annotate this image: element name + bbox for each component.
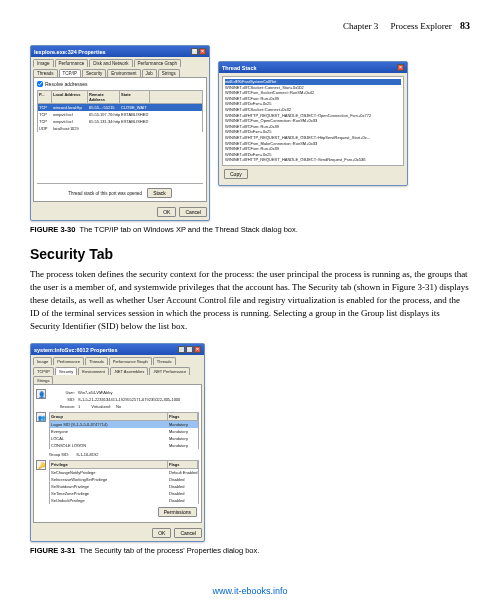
- groups-table-header: Group Flags: [49, 412, 199, 421]
- table-row[interactable]: TCP wmpvti:locl 65.55.131.34:http ESTABL…: [37, 118, 203, 125]
- col-priv-flags[interactable]: Flags: [168, 461, 198, 468]
- group-sid-value: S-1-16-8192: [76, 452, 98, 457]
- tab-net-asm[interactable]: .NET Assemblies: [110, 367, 148, 375]
- priv-table-header: Privilege Flags: [49, 460, 199, 469]
- stack-list[interactable]: ntdll.dll!KiFastSystemCallRet WININET.dl…: [222, 76, 404, 166]
- security-tab-heading: Security Tab: [30, 246, 470, 262]
- tab-job[interactable]: Job: [142, 69, 157, 77]
- sid-label: SID:: [49, 397, 75, 402]
- figure-3-30: Iexplore.exe:324 Properties ? × Image Pe…: [30, 45, 470, 221]
- tab-environment[interactable]: Environment: [107, 69, 140, 77]
- properties-window-tcpip: Iexplore.exe:324 Properties ? × Image Pe…: [30, 45, 210, 221]
- tab-threads[interactable]: Threads: [85, 357, 108, 365]
- tab-security[interactable]: Security: [82, 69, 106, 77]
- tab-threads[interactable]: Threads: [33, 69, 58, 77]
- col-local[interactable]: Local Address: [52, 91, 88, 103]
- copy-button[interactable]: Copy: [224, 169, 248, 179]
- window-title: system:InfoSvc:6012 Properties: [34, 347, 117, 353]
- security-content: 👤 User:Win7-x64-VM\Abby SID:S-1-5-21-223…: [33, 384, 202, 523]
- tab-image[interactable]: Image: [33, 59, 54, 67]
- virtualized-label: Virtualized:: [91, 404, 111, 409]
- ok-button[interactable]: OK: [157, 207, 176, 217]
- user-icon: 👤: [36, 389, 46, 399]
- groups-table-body: Logon SID (S-1-5-5-0-3747714)Mandatory E…: [49, 421, 199, 449]
- table-row[interactable]: EveryoneMandatory: [49, 428, 199, 435]
- tcpip-content: Resolve addresses P... Local Address Rem…: [33, 77, 207, 202]
- thread-stack-window: Thread Stack × ntdll.dll!KiFastSystemCal…: [218, 61, 408, 186]
- tab-net-perf[interactable]: .NET Performance: [149, 367, 190, 375]
- tab-perf-graph[interactable]: Performance Graph: [134, 59, 182, 67]
- close-icon[interactable]: ×: [194, 346, 201, 353]
- tab-strings[interactable]: Strings: [33, 376, 53, 384]
- conn-table-header: P... Local Address Remote Address State: [37, 90, 203, 104]
- minimize-icon[interactable]: _: [178, 346, 185, 353]
- table-row[interactable]: Logon SID (S-1-5-5-0-3747714)Mandatory: [49, 421, 199, 428]
- cancel-button[interactable]: Cancel: [174, 528, 202, 538]
- table-row[interactable]: SeChangeNotifyPrivilegeDefault Enabled: [49, 469, 199, 476]
- priv-table-body: SeChangeNotifyPrivilegeDefault Enabled S…: [49, 469, 199, 504]
- table-row[interactable]: SeIncreaseWorkingSetPrivilegeDisabled: [49, 476, 199, 483]
- tab-security[interactable]: Security: [55, 367, 77, 375]
- titlebar: Iexplore.exe:324 Properties ? ×: [31, 46, 209, 57]
- session-value: 1: [78, 404, 80, 409]
- list-item[interactable]: WININET.dll!HTTP_REQUEST_HANDLE_OBJECT::…: [225, 157, 401, 163]
- tab-strings[interactable]: Strings: [158, 69, 180, 77]
- tab-performance[interactable]: Performance: [55, 59, 89, 67]
- help-icon[interactable]: ?: [191, 48, 198, 55]
- window-title: Thread Stack: [222, 65, 257, 71]
- sid-value: S-1-5-21-2233134411-1929552571-679235022…: [78, 397, 199, 402]
- footer-link: www.it-ebooks.info: [0, 586, 500, 596]
- tabs-row-2: TCP/IP Security Environment .NET Assembl…: [31, 365, 204, 384]
- col-flags[interactable]: Flags: [168, 413, 198, 420]
- ok-button[interactable]: OK: [152, 528, 171, 538]
- virtualized-value: No: [116, 404, 121, 409]
- close-icon[interactable]: ×: [397, 64, 404, 71]
- cancel-button[interactable]: Cancel: [179, 207, 207, 217]
- conn-table-body: TCP wincard.local:ftp 65.55...:55215 CLO…: [37, 104, 203, 184]
- stack-button[interactable]: Stack: [147, 188, 172, 198]
- table-row[interactable]: SeTimeZonePrivilegeDisabled: [49, 490, 199, 497]
- tab-threads2[interactable]: Threads: [153, 357, 176, 365]
- titlebar: Thread Stack ×: [219, 62, 407, 73]
- tab-perf-graph[interactable]: Performance Graph: [109, 357, 152, 365]
- figure-3-31-caption: FIGURE 3-31 The Security tab of the proc…: [30, 546, 470, 555]
- tab-tcpip[interactable]: TCP/IP: [59, 69, 82, 77]
- col-remote[interactable]: Remote Address: [88, 91, 120, 103]
- col-privilege[interactable]: Privilege: [50, 461, 168, 468]
- tabs-row-1: Image Performance Disk and Network Perfo…: [31, 57, 209, 67]
- privileges-icon: 🔑: [36, 460, 46, 470]
- tab-environment[interactable]: Environment: [78, 367, 108, 375]
- ebook-link[interactable]: www.it-ebooks.info: [212, 586, 287, 596]
- resolve-addresses-checkbox[interactable]: Resolve addresses: [37, 81, 203, 87]
- table-row[interactable]: UDP localhost:1029: [37, 125, 203, 132]
- tab-image[interactable]: Image: [33, 357, 52, 365]
- figure-3-30-caption: FIGURE 3-30 The TCP/IP tab on Windows XP…: [30, 225, 470, 234]
- page-number: 83: [460, 20, 470, 31]
- user-value: Win7-x64-VM\Abby: [78, 390, 199, 395]
- tab-tcpip[interactable]: TCP/IP: [33, 367, 54, 375]
- table-row[interactable]: TCP wmpvti:locl 65.55.197.76:http ESTABL…: [37, 111, 203, 118]
- tab-performance[interactable]: Performance: [53, 357, 84, 365]
- titlebar: system:InfoSvc:6012 Properties _ □ ×: [31, 344, 204, 355]
- col-group[interactable]: Group: [50, 413, 168, 420]
- col-proto[interactable]: P...: [38, 91, 52, 103]
- table-row[interactable]: SeUndockPrivilegeDisabled: [49, 497, 199, 504]
- table-row[interactable]: CONSOLE LOGONMandatory: [49, 442, 199, 449]
- user-label: User:: [49, 390, 75, 395]
- tabs-row-1: Image Performance Threads Performance Gr…: [31, 355, 204, 365]
- page-header: Chapter 3 Process Explorer 83: [30, 20, 470, 31]
- chapter-label: Chapter 3: [343, 21, 378, 31]
- col-state[interactable]: State: [120, 91, 150, 103]
- table-row[interactable]: TCP wincard.local:ftp 65.55...:55215 CLO…: [37, 104, 203, 111]
- session-label: Session:: [49, 404, 75, 409]
- table-row[interactable]: SeShutdownPrivilegeDisabled: [49, 483, 199, 490]
- permissions-button[interactable]: Permissions: [158, 507, 197, 517]
- close-icon[interactable]: ×: [199, 48, 206, 55]
- tab-disk-network[interactable]: Disk and Network: [89, 59, 132, 67]
- chapter-title: Process Explorer: [391, 21, 452, 31]
- maximize-icon[interactable]: □: [186, 346, 193, 353]
- group-sid-label: Group SID:: [49, 452, 69, 457]
- table-row[interactable]: LOCALMandatory: [49, 435, 199, 442]
- tabs-row-2: Threads TCP/IP Security Environment Job …: [31, 67, 209, 77]
- properties-window-security: system:InfoSvc:6012 Properties _ □ × Ima…: [30, 343, 205, 542]
